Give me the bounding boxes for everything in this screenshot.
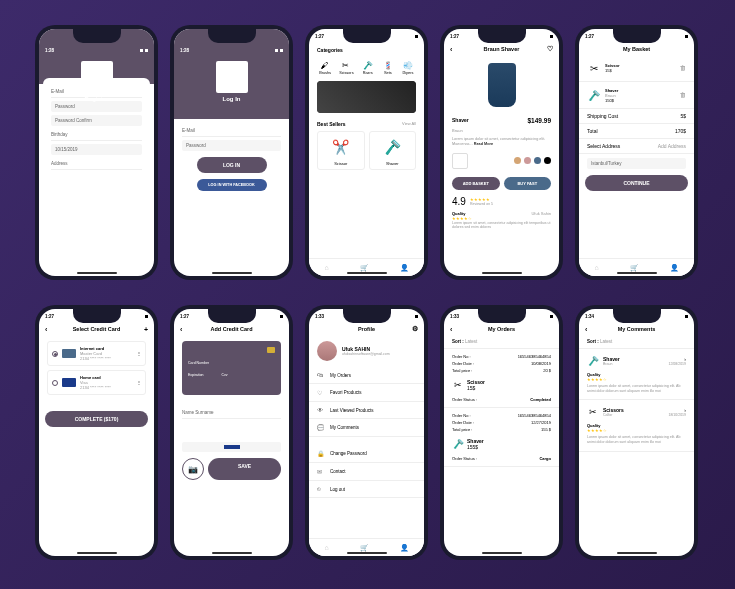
menu-favorites[interactable]: ♡Favori Products — [309, 384, 424, 402]
color-black[interactable] — [544, 157, 551, 164]
card-logos — [182, 442, 281, 452]
confirm-field[interactable]: Password Confirm — [51, 115, 142, 126]
card-option[interactable]: Home cardVisa2134 **** **** ****⋮ — [47, 370, 146, 395]
password-field[interactable]: Password — [51, 101, 142, 112]
page-title: Select Credit Card — [73, 326, 121, 332]
add-basket-button[interactable]: ADD BASKET — [452, 177, 500, 190]
add-address-link[interactable]: Add Address — [658, 143, 686, 149]
card-option[interactable]: Internet cardMaster Card2134 **** **** *… — [47, 341, 146, 366]
back-icon[interactable]: ‹ — [450, 326, 452, 333]
back-icon[interactable]: ‹ — [180, 326, 182, 333]
buy-fast-button[interactable]: BUY FAST — [504, 177, 552, 190]
menu-orders[interactable]: 🛍My Orders — [309, 367, 424, 384]
radio-icon — [52, 351, 58, 357]
delete-icon[interactable]: 🗑 — [680, 92, 686, 98]
color-blue[interactable] — [534, 157, 541, 164]
back-icon[interactable]: ‹ — [585, 326, 587, 333]
color-pink[interactable] — [524, 157, 531, 164]
variant-thumb[interactable] — [452, 153, 468, 169]
tab-profile-icon[interactable]: 👤 — [400, 544, 409, 552]
mail-icon: ✉ — [317, 468, 325, 475]
cat-sets[interactable]: 💈Sets — [382, 59, 394, 75]
product-shaver[interactable]: 🪒Shaver — [369, 131, 417, 170]
menu-icon[interactable]: ⋮ — [137, 351, 141, 356]
gear-icon[interactable]: ⚙ — [412, 325, 418, 333]
menu-logout[interactable]: ⎋Log out — [309, 481, 424, 498]
total-value: 170$ — [675, 128, 686, 134]
view-all-link[interactable]: View All — [402, 121, 416, 127]
sort-control[interactable]: Sort : Latest — [579, 335, 694, 349]
logout-icon: ⎋ — [317, 486, 325, 492]
color-tan[interactable] — [514, 157, 521, 164]
radio-icon — [52, 380, 58, 386]
login-button[interactable]: LOG IN — [197, 157, 267, 173]
read-more-link[interactable]: Read More — [474, 142, 493, 146]
order-item[interactable]: Order No :165546385464854 Order Date :12… — [444, 408, 559, 467]
password-field[interactable]: Password — [182, 140, 281, 151]
profile-email: ufuksahinsoftware@gmail.com — [342, 352, 390, 356]
menu-comments[interactable]: 💬My Comments — [309, 419, 424, 437]
birthday-label: Birthday — [51, 129, 142, 141]
chat-icon: 💬 — [317, 424, 325, 431]
comment-item[interactable]: 🪒ShaverBraun›12/08/2019 Quality ★★★★☆ Lo… — [579, 349, 694, 400]
page-title: Profile — [358, 326, 375, 332]
product-price: $149.99 — [528, 117, 552, 124]
status-bar: 1:28 — [39, 43, 154, 57]
chip-icon — [267, 347, 275, 353]
phone-add-card: 1:27 ‹Add Credit Card Card Number Expira… — [170, 305, 293, 560]
birthday-field[interactable]: 10/15/2019 — [51, 144, 142, 155]
credit-card-preview: Card Number ExpirationCvv — [182, 341, 281, 395]
tab-home-icon[interactable]: ⌂ — [594, 264, 598, 271]
back-icon[interactable]: ‹ — [45, 326, 47, 333]
address-value[interactable]: Istanbul/Turkey — [587, 158, 686, 169]
menu-password[interactable]: 🔒Change Password — [309, 445, 424, 463]
back-icon[interactable]: ‹ — [450, 46, 452, 53]
menu-viewed[interactable]: 👁Last Viewed Products — [309, 402, 424, 419]
sort-control[interactable]: Sort : Latest — [444, 335, 559, 349]
delete-icon[interactable]: 🗑 — [680, 65, 686, 71]
comment-item[interactable]: ✂ScissorsCalfor›18/10/2019 Quality ★★★★☆… — [579, 400, 694, 451]
banner-image[interactable] — [317, 81, 416, 113]
phone-home: 1:27 Categories 🖌Brushs ✂Scissors 🪒Razrs… — [305, 25, 428, 280]
page-title: My Basket — [623, 46, 650, 52]
page-title: Add Credit Card — [210, 326, 252, 332]
bag-icon: 🛍 — [317, 372, 325, 378]
email-field[interactable]: E-Mail — [182, 125, 281, 137]
phone-login: 1:28 Log In E-Mail Password LOG IN LOG I… — [170, 25, 293, 280]
section-categories: Categories — [317, 47, 343, 53]
heart-icon[interactable]: ♡ — [547, 45, 553, 53]
tab-cart-icon[interactable]: 🛒 — [360, 544, 369, 552]
page-title: My Comments — [618, 326, 656, 332]
menu-icon[interactable]: ⋮ — [137, 380, 141, 385]
complete-button[interactable]: COMPLETE ($170) — [45, 411, 149, 427]
menu-contact[interactable]: ✉Contact — [309, 463, 424, 481]
cat-razrs[interactable]: 🪒Razrs — [362, 59, 374, 75]
shipping-value: 5$ — [680, 113, 686, 119]
tab-home-icon[interactable]: ⌂ — [324, 264, 328, 271]
cat-brushs[interactable]: 🖌Brushs — [319, 59, 331, 75]
cat-diyers[interactable]: 💨Diyers — [402, 59, 414, 75]
tab-cart-icon[interactable]: 🛒 — [360, 264, 369, 272]
tab-home-icon[interactable]: ⌂ — [324, 544, 328, 551]
add-icon[interactable]: + — [144, 326, 148, 333]
lock-icon: 🔒 — [317, 450, 325, 457]
address-field[interactable]: Address — [51, 158, 142, 170]
name-field[interactable]: Name Surname — [182, 407, 281, 419]
scan-icon[interactable]: 📷 — [182, 458, 204, 480]
avatar[interactable] — [317, 341, 337, 361]
shipping-label: Shipping Cost — [587, 113, 618, 119]
tab-cart-icon[interactable]: 🛒 — [630, 264, 639, 272]
page-title: Braun Shaver — [484, 46, 520, 52]
order-item[interactable]: Order No :165546385464854 Order Date :10… — [444, 349, 559, 408]
tab-profile-icon[interactable]: 👤 — [670, 264, 679, 272]
phone-comments: 1:34 ‹My Comments Sort : Latest 🪒ShaverB… — [575, 305, 698, 560]
continue-button[interactable]: CONTINUE — [585, 175, 689, 191]
product-scissor[interactable]: ✂️Scissor — [317, 131, 365, 170]
comment-text: Lorem ipsum dolor sit amet, consectetur … — [587, 382, 686, 395]
tab-profile-icon[interactable]: 👤 — [400, 264, 409, 272]
save-button[interactable]: SAVE — [208, 458, 281, 480]
facebook-login-button[interactable]: LOG IN WITH FACEBOOK — [197, 179, 267, 191]
phone-orders: 1:33 ‹My Orders Sort : Latest Order No :… — [440, 305, 563, 560]
cat-scissors[interactable]: ✂Scissors — [339, 59, 353, 75]
select-address-label: Select Address — [587, 143, 620, 149]
